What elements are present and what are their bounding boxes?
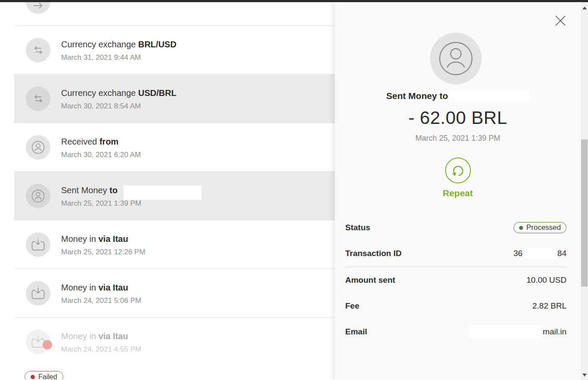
failed-dot-icon xyxy=(31,375,35,379)
field-amount-sent: Amount sent 10.00 USD xyxy=(345,274,566,286)
transaction-row[interactable]: Money in via Itau March 24, 2021 5:06 PM xyxy=(14,269,335,318)
redacted-recipient-box xyxy=(124,185,201,200)
transaction-title: Received from xyxy=(61,136,141,147)
transaction-title: Currency exchange USD/BRL xyxy=(61,87,176,99)
transaction-date: March 31, 2021 9:44 AM xyxy=(61,52,176,63)
field-status: Status Processed xyxy=(345,222,566,234)
amount: - 62.00 BRL xyxy=(335,108,581,128)
exchange-icon xyxy=(26,38,50,62)
amount-sent-value: 10.00 USD xyxy=(526,275,566,285)
transaction-title: Currency exchange BRL/USD xyxy=(61,39,176,50)
field-transaction-id: Transaction ID 36 84 xyxy=(345,247,566,260)
person-icon xyxy=(430,33,482,84)
person-icon xyxy=(26,184,50,208)
avatar xyxy=(430,33,482,84)
transaction-date: March 24, 2021 4:55 PM xyxy=(61,344,141,355)
status-badge: Processed xyxy=(514,222,566,233)
close-button[interactable] xyxy=(554,14,567,27)
scroll-down-arrow-icon[interactable] xyxy=(582,374,587,377)
transaction-row[interactable]: Money in via Itau March 24, 2021 4:55 PM xyxy=(14,318,335,366)
transaction-row[interactable]: Currency exchange USD/BRL March 30, 2021… xyxy=(14,74,335,123)
transaction-title: Money in via Itau xyxy=(61,282,141,293)
redacted-id-box xyxy=(524,248,556,259)
transaction-row[interactable]: Currency exchange BRL/USD March 31, 2021… xyxy=(14,26,335,74)
transaction-row[interactable]: March 31, 2021 9:45 AM xyxy=(14,0,335,26)
top-dark-bar xyxy=(0,0,588,2)
exchange-icon xyxy=(26,87,50,111)
fee-value: 2.82 BRL xyxy=(532,301,566,311)
transaction-row[interactable]: Money in via Itau March 25, 2021 12:26 P… xyxy=(14,220,335,269)
transaction-title: Money in via Itau xyxy=(61,331,141,342)
money-in-icon xyxy=(26,281,50,306)
transaction-row[interactable]: Received from March 30, 2021 6:20 AM xyxy=(14,123,335,172)
scroll-up-arrow-icon[interactable] xyxy=(582,6,587,9)
fields-divider xyxy=(345,267,566,267)
repeat-icon xyxy=(445,157,471,184)
close-icon xyxy=(554,15,566,27)
field-fee: Fee 2.82 BRL xyxy=(345,300,566,312)
transactions-page: March 31, 2021 9:45 AM Currency exchange… xyxy=(0,0,588,380)
transaction-title: Money in via Itau xyxy=(61,233,145,244)
field-email: Email mail.in xyxy=(345,326,566,338)
transaction-detail-panel: Sent Money to - 62.00 BRL March 25, 2021… xyxy=(335,2,581,380)
transaction-date: March 24, 2021 5:06 PM xyxy=(61,295,141,306)
failed-status-badge: Failed xyxy=(25,371,63,380)
redacted-email-box xyxy=(469,325,543,338)
redacted-recipient-box xyxy=(450,90,529,102)
person-icon xyxy=(26,135,50,160)
transaction-list: March 31, 2021 9:45 AM Currency exchange… xyxy=(0,0,335,380)
scrollbar[interactable] xyxy=(581,2,588,380)
detail-date: March 25, 2021 1:39 PM xyxy=(335,134,581,143)
status-dot-icon xyxy=(519,226,523,230)
transaction-id-value: 36 84 xyxy=(514,248,566,259)
scrollbar-thumb[interactable] xyxy=(581,139,588,287)
transaction-row[interactable]: Sent Money to March 25, 2021 1:39 PM xyxy=(14,172,335,220)
transaction-date: March 25, 2021 12:26 PM xyxy=(61,247,145,258)
money-in-icon xyxy=(26,232,50,257)
transaction-date: March 30, 2021 6:20 AM xyxy=(61,149,141,161)
transaction-date: March 30, 2021 8:54 AM xyxy=(61,101,176,112)
failed-status-dot xyxy=(43,340,52,349)
repeat-button[interactable]: Repeat xyxy=(335,157,581,198)
repeat-label: Repeat xyxy=(335,188,581,198)
detail-title-row: Sent Money to xyxy=(335,89,581,103)
email-value: mail.in xyxy=(469,325,566,338)
detail-title: Sent Money to xyxy=(386,91,448,101)
